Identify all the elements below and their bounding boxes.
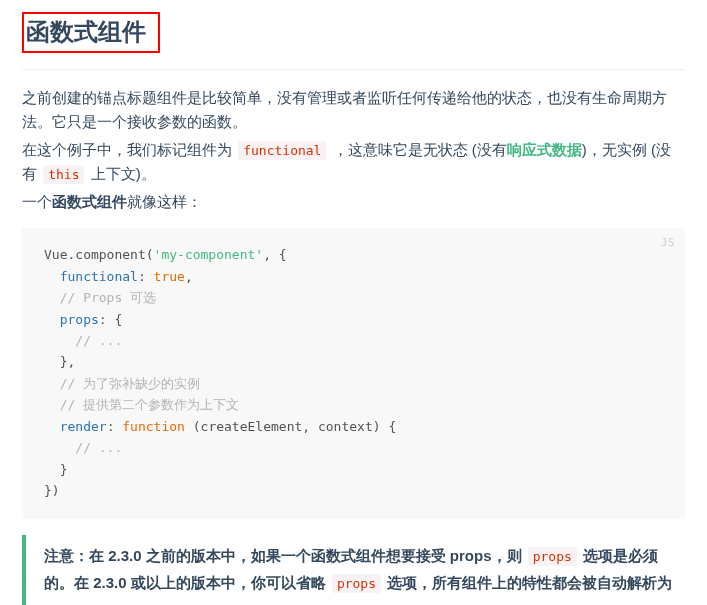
intro-paragraph-3: 一个函数式组件就像这样： [22,190,685,214]
text: 在这个例子中，我们标记组件为 [22,141,236,158]
text: 上下文)。 [86,165,155,182]
inline-code-functional: functional [238,141,326,160]
text: ，这意味它是无状态 (没有 [328,141,506,158]
intro-paragraph-2: 在这个例子中，我们标记组件为 functional ，这意味它是无状态 (没有响… [22,138,685,186]
divider [22,69,685,70]
reactive-data-link[interactable]: 响应式数据 [507,141,582,158]
code-example: JSVue.component('my-component', { functi… [22,228,685,519]
inline-code-props: props [528,547,577,566]
note-block: 注意：在 2.3.0 之前的版本中，如果一个函数式组件想要接受 props，则 … [22,535,685,605]
text: 一个 [22,193,52,210]
text: 就像这样： [127,193,202,210]
intro-paragraph-1: 之前创建的锚点标题组件是比较简单，没有管理或者监听任何传递给他的状态，也没有生命… [22,86,685,134]
inline-code-props: props [332,574,381,593]
code-language-tag: JS [661,234,675,252]
note-text: 注意：在 2.3.0 之前的版本中，如果一个函数式组件想要接受 props，则 [44,547,526,564]
section-heading: 函数式组件 [22,12,160,53]
inline-code-this: this [43,165,84,184]
bold-text: 函数式组件 [52,193,127,210]
